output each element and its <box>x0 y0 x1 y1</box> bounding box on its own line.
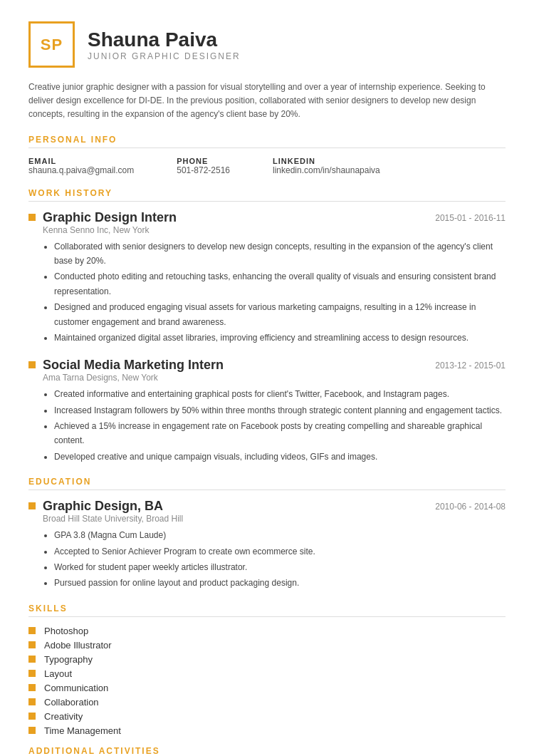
skill-label: Photoshop <box>44 626 88 636</box>
job-bullet: Accepted to Senior Achiever Program to c… <box>54 544 506 559</box>
job-bullets: GPA 3.8 (Magna Cum Laude)Accepted to Sen… <box>43 528 506 591</box>
skill-item: Collaboration <box>28 697 506 708</box>
resume-header: SP Shauna Paiva Junior Graphic Designer <box>28 21 506 68</box>
job-bullet: Maintained organized digital asset libra… <box>54 331 506 345</box>
skill-bullet-icon <box>28 713 36 720</box>
skill-label: Communication <box>44 683 108 693</box>
work-history-header: WORK HISTORY <box>28 188 506 202</box>
education-header: EDUCATION <box>28 477 506 490</box>
skill-bullet-icon <box>28 727 36 734</box>
job-bullet: GPA 3.8 (Magna Cum Laude) <box>54 528 506 542</box>
job-content: Graphic Design Intern 2015-01 - 2016-11 … <box>43 210 506 347</box>
skills-header: SKILLS <box>28 604 506 617</box>
job-marker <box>28 361 36 465</box>
job-content: Graphic Design, BA 2010-06 - 2014-08 Bro… <box>43 499 506 592</box>
job-bullet: Conducted photo editing and retouching t… <box>54 269 506 299</box>
email-label: EMAIL <box>28 157 134 165</box>
job-title: Social Media Marketing Intern <box>43 358 224 373</box>
skill-item: Communication <box>28 683 506 693</box>
skill-label: Typography <box>44 654 93 665</box>
personal-info-section: EMAIL shauna.q.paiva@gmail.com PHONE 501… <box>28 157 506 175</box>
education-section: Graphic Design, BA 2010-06 - 2014-08 Bro… <box>28 499 506 592</box>
job-bullet: Worked for student paper weekly articles… <box>54 560 506 574</box>
job-company: Ama Tarna Designs, New York <box>43 373 506 383</box>
skill-label: Collaboration <box>44 697 99 708</box>
logo-initials: SP <box>41 36 63 54</box>
skill-bullet-icon <box>28 698 36 705</box>
job-bullet: Collaborated with senior designers to de… <box>54 239 506 269</box>
job-marker <box>28 214 36 347</box>
skill-bullet-icon <box>28 670 36 677</box>
job-bullet: Designed and produced engaging visual as… <box>54 300 506 329</box>
job-item: Social Media Marketing Intern 2013-12 - … <box>28 358 506 465</box>
job-title: Graphic Design, BA <box>43 499 163 514</box>
job-square-icon <box>28 502 36 509</box>
skill-item: Creativity <box>28 711 506 722</box>
email-item: EMAIL shauna.q.paiva@gmail.com <box>28 157 134 175</box>
skill-bullet-icon <box>28 684 36 691</box>
job-dates: 2013-12 - 2015-01 <box>435 358 506 371</box>
job-company: Kenna Senno Inc, New York <box>43 225 506 235</box>
skill-label: Time Management <box>44 725 121 736</box>
skill-label: Layout <box>44 668 72 679</box>
job-bullets: Created informative and entertaining gra… <box>43 387 506 464</box>
skill-item: Time Management <box>28 725 506 736</box>
personal-info-header: PERSONAL INFO <box>28 135 506 148</box>
activities-header: ADDITIONAL ACTIVITIES <box>28 746 506 756</box>
job-bullet: Created informative and entertaining gra… <box>54 387 506 401</box>
email-value: shauna.q.paiva@gmail.com <box>28 165 134 175</box>
candidate-title: Junior Graphic Designer <box>88 51 241 61</box>
skill-item: Layout <box>28 668 506 679</box>
job-header-row: Graphic Design Intern 2015-01 - 2016-11 <box>43 210 506 225</box>
summary-text: Creative junior graphic designer with a … <box>28 81 506 122</box>
skill-label: Adobe Illustrator <box>44 640 112 651</box>
job-marker <box>28 502 36 592</box>
job-item: Graphic Design, BA 2010-06 - 2014-08 Bro… <box>28 499 506 592</box>
job-title: Graphic Design Intern <box>43 210 177 225</box>
candidate-name: Shauna Paiva <box>88 28 241 52</box>
skills-section: Photoshop Adobe Illustrator Typography L… <box>28 626 506 736</box>
linkedin-item: LINKEDIN linkedin.com/in/shaunapaiva <box>273 157 380 175</box>
job-dates: 2010-06 - 2014-08 <box>435 499 506 512</box>
logo-box: SP <box>28 21 75 68</box>
job-square-icon <box>28 214 36 221</box>
job-content: Social Media Marketing Intern 2013-12 - … <box>43 358 506 465</box>
skill-item: Photoshop <box>28 626 506 636</box>
skill-bullet-icon <box>28 627 36 634</box>
skill-item: Adobe Illustrator <box>28 640 506 651</box>
job-header-row: Social Media Marketing Intern 2013-12 - … <box>43 358 506 373</box>
job-bullet: Increased Instagram followers by 50% wit… <box>54 403 506 418</box>
job-bullet: Achieved a 15% increase in engagement ra… <box>54 419 506 448</box>
job-bullet: Pursued passion for online layout and pr… <box>54 576 506 590</box>
skill-bullet-icon <box>28 656 36 663</box>
job-dates: 2015-01 - 2016-11 <box>435 210 506 223</box>
header-text: Shauna Paiva Junior Graphic Designer <box>88 28 241 62</box>
linkedin-label: LINKEDIN <box>273 157 380 165</box>
job-company: Broad Hill State University, Broad Hill <box>43 514 506 524</box>
job-square-icon <box>28 361 36 368</box>
linkedin-value: linkedin.com/in/shaunapaiva <box>273 165 380 175</box>
job-bullet: Developed creative and unique campaign v… <box>54 450 506 464</box>
work-history-section: Graphic Design Intern 2015-01 - 2016-11 … <box>28 210 506 466</box>
job-item: Graphic Design Intern 2015-01 - 2016-11 … <box>28 210 506 347</box>
phone-item: PHONE 501-872-2516 <box>177 157 230 175</box>
phone-label: PHONE <box>177 157 230 165</box>
skill-item: Typography <box>28 654 506 665</box>
skill-label: Creativity <box>44 711 83 722</box>
job-bullets: Collaborated with senior designers to de… <box>43 239 506 346</box>
phone-value: 501-872-2516 <box>177 165 230 175</box>
job-header-row: Graphic Design, BA 2010-06 - 2014-08 <box>43 499 506 514</box>
skill-bullet-icon <box>28 641 36 648</box>
